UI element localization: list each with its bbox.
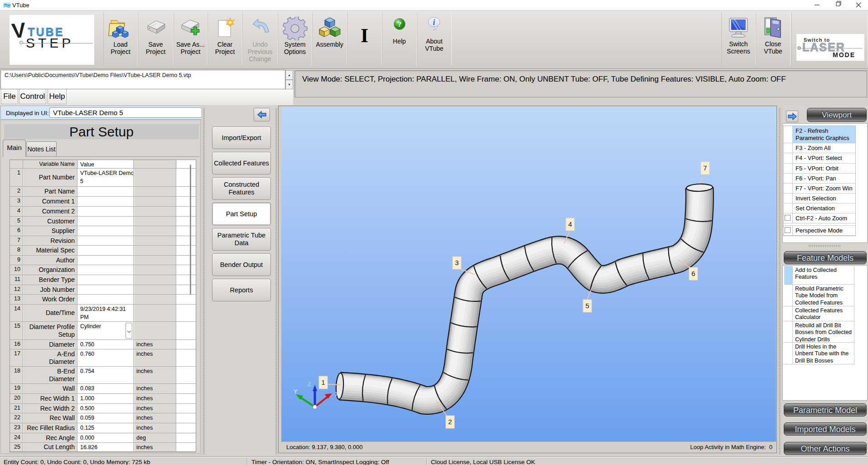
svg-text:5: 5 <box>585 302 589 310</box>
svg-text:Y: Y <box>294 388 298 395</box>
svg-text:4: 4 <box>568 220 572 228</box>
svg-text:6: 6 <box>691 270 695 277</box>
svg-text:1: 1 <box>321 378 325 386</box>
svg-text:X: X <box>335 391 339 397</box>
svg-text:2: 2 <box>448 418 452 426</box>
svg-text:3: 3 <box>455 259 458 266</box>
svg-text:7: 7 <box>703 164 707 172</box>
svg-text:Z: Z <box>308 381 311 388</box>
